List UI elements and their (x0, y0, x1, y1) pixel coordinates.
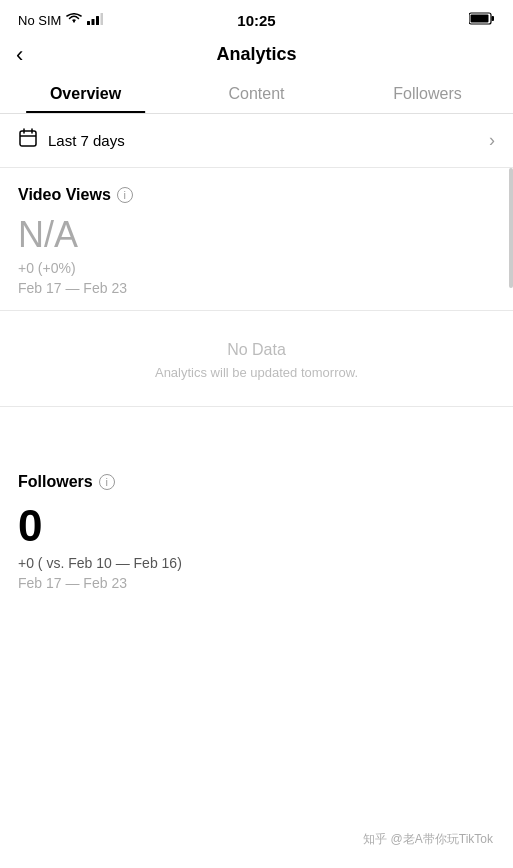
page-title: Analytics (216, 44, 296, 65)
followers-value: 0 (18, 501, 495, 551)
chart-area: No Data Analytics will be updated tomorr… (0, 310, 513, 407)
date-filter-row[interactable]: Last 7 days › (0, 114, 513, 168)
carrier-text: No SIM (18, 13, 61, 28)
svg-rect-5 (492, 16, 495, 21)
no-data-label: No Data (227, 341, 286, 359)
no-data-subtitle: Analytics will be updated tomorrow. (155, 365, 358, 380)
tabs-container: Overview Content Followers (0, 73, 513, 114)
followers-section: Followers i 0 +0 ( vs. Feb 10 — Feb 16) … (0, 455, 513, 591)
header: ‹ Analytics (0, 36, 513, 73)
tab-followers[interactable]: Followers (342, 73, 513, 113)
signal-icon (87, 13, 103, 28)
wifi-icon (66, 13, 82, 28)
watermark: 知乎 @老A带你玩TikTok (363, 831, 493, 848)
video-views-section: Video Views i N/A +0 (+0%) Feb 17 — Feb … (0, 168, 513, 296)
svg-rect-1 (92, 19, 95, 25)
spacer-2 (0, 431, 513, 455)
date-filter-label: Last 7 days (48, 132, 125, 149)
calendar-icon (18, 128, 38, 153)
tab-content[interactable]: Content (171, 73, 342, 113)
battery-icon (469, 11, 495, 29)
video-views-value: N/A (18, 214, 495, 256)
status-time: 10:25 (237, 12, 275, 29)
status-left: No SIM (18, 13, 103, 28)
svg-rect-7 (20, 131, 36, 146)
status-right (469, 11, 495, 29)
chevron-right-icon: › (489, 130, 495, 151)
tab-overview[interactable]: Overview (0, 73, 171, 113)
video-views-info-icon[interactable]: i (117, 187, 133, 203)
status-bar: No SIM 10:25 (0, 0, 513, 36)
svg-rect-2 (96, 16, 99, 25)
followers-change: +0 ( vs. Feb 10 — Feb 16) (18, 555, 495, 571)
main-content: Video Views i N/A +0 (+0%) Feb 17 — Feb … (0, 168, 513, 591)
spacer-1 (0, 407, 513, 431)
video-views-change: +0 (+0%) (18, 260, 495, 276)
scroll-indicator (509, 168, 513, 288)
video-views-title: Video Views i (18, 186, 495, 204)
no-data-container: No Data Analytics will be updated tomorr… (0, 311, 513, 406)
svg-rect-0 (87, 21, 90, 25)
video-views-date: Feb 17 — Feb 23 (18, 280, 495, 296)
followers-date: Feb 17 — Feb 23 (18, 575, 495, 591)
svg-rect-6 (471, 15, 489, 23)
back-button[interactable]: ‹ (16, 44, 23, 66)
followers-info-icon[interactable]: i (99, 474, 115, 490)
followers-title: Followers i (18, 473, 495, 491)
svg-rect-3 (101, 13, 104, 25)
